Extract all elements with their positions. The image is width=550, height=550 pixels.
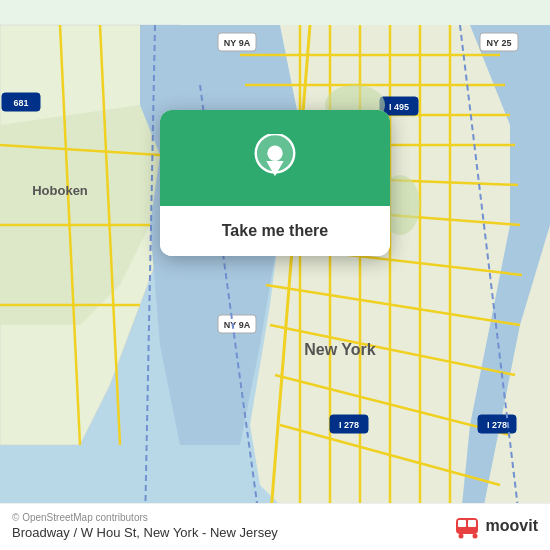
svg-text:NY 25: NY 25	[487, 38, 512, 48]
location-label: Broadway / W Hou St, New York - New Jers…	[12, 525, 278, 540]
copyright-text: © OpenStreetMap contributors	[12, 512, 278, 523]
map-background: NY 25 I 495 681 NY 9A NY 9A I 278 I 278 …	[0, 0, 550, 550]
svg-point-58	[472, 534, 477, 539]
bottom-left: © OpenStreetMap contributors Broadway / …	[12, 512, 278, 540]
moovit-logo: moovit	[454, 512, 538, 540]
svg-rect-56	[468, 520, 476, 527]
card-top-green	[160, 110, 390, 206]
svg-text:681: 681	[13, 98, 28, 108]
svg-text:Hoboken: Hoboken	[32, 183, 88, 198]
svg-text:NY 9A: NY 9A	[224, 38, 251, 48]
location-pin-icon	[252, 134, 298, 186]
map-container: NY 25 I 495 681 NY 9A NY 9A I 278 I 278 …	[0, 0, 550, 550]
svg-point-52	[267, 146, 282, 161]
take-me-there-button[interactable]: Take me there	[160, 206, 390, 256]
svg-text:NY 9A: NY 9A	[224, 320, 251, 330]
svg-text:I 278: I 278	[339, 420, 359, 430]
moovit-text: moovit	[486, 517, 538, 535]
moovit-brand-icon	[454, 512, 482, 540]
svg-text:I 495: I 495	[389, 102, 409, 112]
svg-text:New York: New York	[304, 341, 376, 358]
svg-point-57	[458, 534, 463, 539]
svg-text:I 278: I 278	[487, 420, 507, 430]
location-card: Take me there	[160, 110, 390, 256]
svg-rect-55	[458, 520, 466, 527]
bottom-bar: © OpenStreetMap contributors Broadway / …	[0, 503, 550, 550]
